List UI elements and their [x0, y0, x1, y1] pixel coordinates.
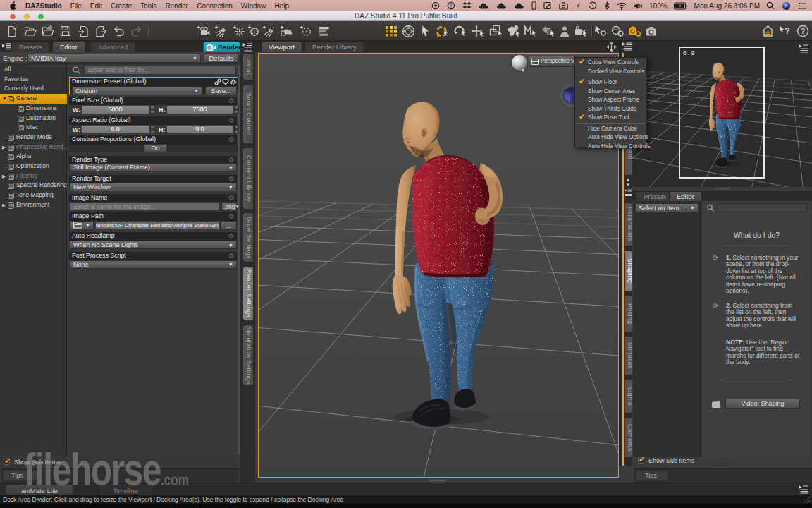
status-flash-icon[interactable] — [575, 1, 582, 10]
tree-item-optimization[interactable]: GOptimization — [0, 162, 67, 171]
help-icon[interactable]: ? — [796, 24, 810, 38]
open-recent-icon[interactable] — [41, 24, 55, 38]
ds-home-icon[interactable]: DS — [761, 24, 775, 38]
rotate-tool-icon[interactable] — [453, 24, 467, 38]
menubar-item-help[interactable]: Help — [270, 2, 293, 10]
tree-item-spectral-rendering[interactable]: GSpectral Rendering — [0, 181, 67, 190]
tab-viewport[interactable]: Viewport — [261, 42, 302, 52]
status-info-icon[interactable]: ! — [447, 1, 455, 10]
aspect-width-field[interactable]: 6.0 — [81, 125, 149, 134]
aspect-height-stepper[interactable] — [234, 125, 239, 134]
tree-item-all[interactable]: All — [0, 65, 67, 75]
menu-item-show-pose-tool[interactable]: ✔Show Pose Tool — [575, 114, 646, 123]
tab-editor[interactable]: Editor — [669, 191, 702, 201]
expand-arrow[interactable]: ▶ — [2, 143, 8, 152]
tree-item-tone-mapping[interactable]: GTone Mapping — [0, 190, 67, 200]
post-process-dropdown[interactable]: None▼ — [70, 260, 237, 269]
pane-menu-icon[interactable] — [622, 42, 632, 51]
preset-gear-icon[interactable] — [230, 78, 237, 85]
menubar-item-dazstudio[interactable]: DAZStudio — [21, 2, 66, 10]
pane-menu-icon[interactable] — [799, 485, 809, 494]
render-target-dropdown[interactable]: New Window▼ — [70, 183, 237, 191]
dimension-preset-dropdown[interactable]: Custom▼ — [72, 87, 202, 95]
window-titlebar[interactable]: DAZ Studio 4.11 Pro Public Build — [0, 11, 812, 21]
tab-animate-lite[interactable]: aniMate Lite — [6, 485, 73, 496]
save-icon[interactable] — [59, 24, 73, 38]
spotlight-search-icon[interactable] — [766, 1, 775, 10]
status-wifi-icon[interactable] — [617, 2, 627, 10]
render-icon[interactable] — [644, 24, 658, 38]
status-phone-icon[interactable] — [531, 1, 536, 10]
export-icon[interactable] — [94, 24, 108, 38]
pane-tab-posing[interactable]: Posing — [625, 296, 632, 332]
tree-item-favorites[interactable]: Favorites — [0, 75, 67, 85]
favorite-heart-icon[interactable] — [222, 78, 229, 85]
new-distant-light-icon[interactable] — [247, 24, 261, 38]
menubar-item-render[interactable]: Render — [161, 2, 192, 10]
expand-arrow[interactable]: ▶ — [2, 200, 8, 210]
menubar-clock[interactable]: Mon Aug 26 3:06 PM — [694, 2, 760, 10]
menubar-item-window[interactable]: Window — [237, 2, 271, 10]
menu-item-auto-hide-view-controls[interactable]: Auto Hide View Controls — [575, 143, 646, 152]
pixel-height-field[interactable]: 7500 — [166, 105, 233, 114]
image-ext-dropdown[interactable]: .png▼ — [221, 202, 237, 211]
pane-tab-render-settings[interactable]: Render Settings — [243, 267, 253, 320]
geometry-editor-tool-icon[interactable] — [541, 24, 555, 38]
new-point-light-icon[interactable] — [232, 24, 246, 38]
tree-item-general[interactable]: ▼GGeneral — [0, 94, 67, 104]
scale-tool-icon[interactable] — [488, 24, 503, 38]
new-camera-icon[interactable] — [196, 24, 210, 38]
section-gear-icon[interactable]: ⚙ — [228, 97, 235, 105]
tree-item-destination[interactable]: GDestination — [0, 114, 67, 123]
menu-item-show-floor[interactable]: ✔Show Floor — [575, 78, 646, 87]
pane-tab-surfaces[interactable]: Surfaces — [625, 337, 632, 375]
status-dropbox-icon[interactable] — [462, 1, 472, 10]
tab-render-library[interactable]: Render Library — [304, 42, 364, 52]
auto-headlamp-dropdown[interactable]: When No Scene Lights▼ — [70, 241, 237, 249]
resize-grip[interactable] — [801, 495, 812, 504]
layout-arrows-icon[interactable] — [606, 42, 617, 52]
import-icon[interactable] — [76, 24, 90, 38]
draw-style-dropdown-arrow[interactable]: ▼ — [521, 68, 525, 73]
status-app1-icon[interactable] — [431, 1, 440, 10]
status-notes-icon[interactable] — [543, 1, 552, 10]
pane-tab-parameters[interactable]: Parameters — [625, 203, 632, 246]
tab-timeline[interactable]: Timeline — [99, 485, 152, 496]
scene-pane-icon[interactable] — [384, 24, 398, 38]
menu-item-hide-camera-cube[interactable]: Hide Camera Cube — [575, 125, 646, 134]
image-path-field[interactable]: tenders/UF Character Renders/Vampire Sta… — [95, 221, 219, 230]
notification-center-icon[interactable] — [798, 2, 806, 10]
section-gear-icon[interactable]: ⚙ — [228, 212, 235, 221]
tips-tab-left[interactable]: Tips — [2, 470, 39, 480]
section-gear-icon[interactable]: ⚙ — [228, 116, 235, 125]
section-gear-icon[interactable]: ⚙ — [228, 135, 235, 144]
figure-setup-icon[interactable] — [558, 24, 572, 38]
image-path-folder-button[interactable]: ▼ — [70, 221, 94, 230]
pane-menu-icon[interactable] — [1, 42, 12, 51]
shaping-search-input[interactable] — [717, 203, 807, 212]
tree-item-render-mode[interactable]: GRender Mode — [0, 133, 67, 143]
redo-icon[interactable] — [129, 24, 143, 38]
open-file-icon[interactable] — [23, 24, 37, 38]
joint-editor-tool-icon[interactable] — [506, 24, 520, 38]
tree-item-dimensions[interactable]: GDimensions — [0, 104, 67, 114]
menubar-item-connection[interactable]: Connection — [192, 2, 237, 10]
tree-item-environment[interactable]: ▶GEnvironment — [0, 200, 67, 210]
aspect-width-stepper[interactable] — [150, 125, 155, 134]
menubar-item-edit[interactable]: Edit — [86, 2, 106, 10]
pane-tab-simulation-settings[interactable]: Simulation Settings — [243, 325, 253, 385]
morph-brush-tool-icon[interactable] — [523, 24, 537, 38]
strip-scroll-up-icon[interactable]: ▲ — [626, 177, 630, 181]
menu-item-show-center-axes[interactable]: Show Center Axes — [575, 87, 646, 97]
undo-icon[interactable] — [111, 24, 125, 38]
surface-selection-tool-icon[interactable] — [610, 24, 625, 38]
section-gear-icon[interactable]: ⚙ — [228, 252, 235, 260]
pane-tab-cameras[interactable]: Cameras — [625, 418, 632, 457]
status-timemachine-icon[interactable] — [589, 1, 597, 10]
tree-item-progressive-rend-[interactable]: ▶GProgressive Rend... — [0, 143, 67, 152]
expand-arrow[interactable]: ▼ — [2, 94, 8, 104]
tab-presets[interactable]: Presets — [11, 42, 49, 52]
menubar-item-file[interactable]: File — [66, 2, 86, 10]
pane-tab-lights[interactable]: Lights — [625, 380, 632, 413]
rotate-tool-active-icon[interactable] — [435, 24, 449, 38]
